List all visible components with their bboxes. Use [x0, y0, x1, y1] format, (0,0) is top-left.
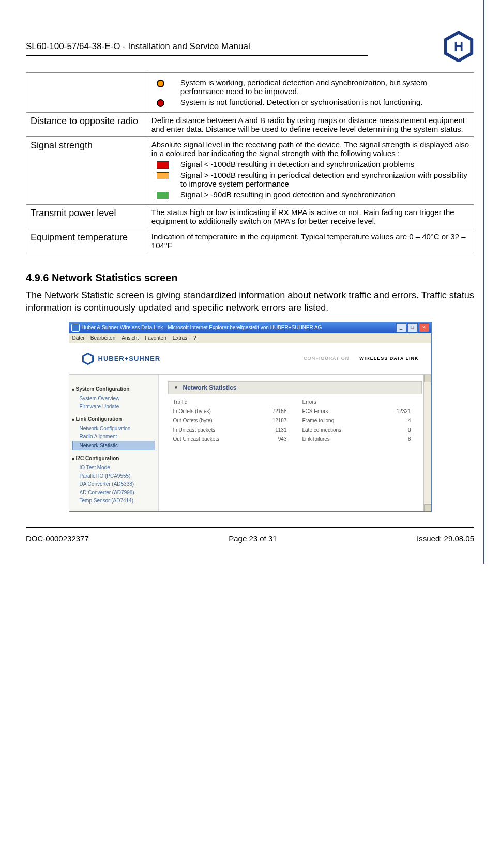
- stats-row: In Unicast packets 1131 Late connections…: [168, 425, 422, 435]
- signal-row-green: Signal > -90dB resulting in good detecti…: [151, 190, 469, 199]
- green-rect-icon: [157, 192, 169, 199]
- stats-row: Out Octets (byte) 12187 Frame to long 4: [168, 416, 422, 425]
- content-header: ◾ Network Statistics: [168, 381, 422, 394]
- tab-wireless-data-link[interactable]: WIRELESS DATA LINK: [359, 356, 418, 361]
- stats-headers: Traffic Errors: [168, 398, 422, 407]
- label-distance: Distance to opposite radio: [26, 113, 147, 137]
- label-transmit: Transmit power level: [26, 205, 147, 229]
- sidebar-item-firmware-update[interactable]: Firmware Update: [72, 403, 155, 411]
- red-rect-icon: [157, 161, 169, 169]
- signal-intro: Absolute signal level in the receiving p…: [151, 140, 469, 158]
- desc-equipment: Indication of temperature in the equipme…: [147, 229, 474, 253]
- footer-page-num: Page 23 of 31: [229, 534, 277, 543]
- sidebar-item-network-config[interactable]: Network Configuration: [72, 424, 155, 433]
- stat-label: Out Unicast packets: [173, 436, 251, 443]
- sidebar-section-link: Link Configuration: [72, 416, 155, 422]
- stat-value: 4: [380, 418, 411, 424]
- right-margin-rule: [483, 0, 484, 564]
- brand-text: HUBER+SUHNER: [98, 355, 161, 363]
- sidebar-item-da-converter[interactable]: DA Converter (AD5338): [72, 480, 155, 489]
- scrollbar[interactable]: [423, 375, 431, 511]
- stat-label: FCS Errors: [302, 408, 380, 415]
- menu-bearbeiten[interactable]: Bearbeiten: [90, 335, 115, 341]
- sidebar-item-system-overview[interactable]: System Overview: [72, 394, 155, 403]
- menu-ansicht[interactable]: Ansicht: [122, 335, 139, 341]
- sidebar: System Configuration System Overview Fir…: [69, 375, 159, 511]
- sidebar-item-io-test[interactable]: IO Test Mode: [72, 464, 155, 472]
- footer-issued: Issued: 29.08.05: [417, 534, 474, 543]
- desc-signal: Absolute signal level in the receiving p…: [147, 137, 474, 205]
- sidebar-section-i2c: I2C Configuration: [72, 455, 155, 462]
- menu-extras[interactable]: Extras: [173, 335, 187, 341]
- status-text-red: System is not functional. Detection or s…: [180, 98, 469, 106]
- orange-circle-icon: [157, 80, 164, 87]
- window-title: Huber & Suhner Wireless Data Link - Micr…: [82, 325, 322, 331]
- bullet-icon: ◾: [174, 385, 179, 390]
- cell-top-statuses: System is working, periodical detection …: [147, 73, 474, 113]
- status-row-orange: System is working, periodical detection …: [151, 78, 469, 96]
- red-circle-icon: [157, 99, 164, 107]
- signal-row-red: Signal < -100dB resulting in detection a…: [151, 160, 469, 169]
- definitions-table: System is working, periodical detection …: [26, 72, 474, 253]
- stat-value: 0: [380, 427, 411, 433]
- status-row-red: System is not functional. Detection or s…: [151, 98, 469, 107]
- signal-row-orange: Signal > -100dB resulting in periodical …: [151, 171, 469, 188]
- stats-row: In Octets (bytes) 72158 FCS Errors 12321: [168, 407, 422, 416]
- stat-label: Frame to long: [302, 418, 380, 424]
- stat-value: 943: [251, 436, 302, 443]
- stat-value: 72158: [251, 408, 302, 415]
- sidebar-section-system: System Configuration: [72, 386, 155, 392]
- brand-logo: HUBER+SUHNER: [82, 353, 161, 365]
- brand-bar: HUBER+SUHNER CONFIGURATION WIRELESS DATA…: [69, 343, 431, 375]
- menubar: Datei Bearbeiten Ansicht Favoriten Extra…: [69, 333, 431, 343]
- ie-icon: [71, 324, 80, 332]
- sidebar-item-parallel-io[interactable]: Parallel IO (PCA9555): [72, 472, 155, 480]
- hs-small-logo-icon: [82, 353, 94, 365]
- page-footer: DOC-0000232377 Page 23 of 31 Issued: 29.…: [26, 527, 474, 543]
- header-traffic: Traffic: [173, 399, 251, 405]
- menu-help[interactable]: ?: [193, 335, 196, 341]
- stat-label: Late connections: [302, 427, 380, 433]
- hs-logo-icon: H: [443, 31, 474, 62]
- svg-marker-2: [83, 353, 93, 364]
- window-titlebar: Huber & Suhner Wireless Data Link - Micr…: [69, 322, 431, 333]
- signal-text-orange: Signal > -100dB resulting in periodical …: [180, 171, 469, 188]
- stat-label: In Unicast packets: [173, 427, 251, 433]
- sidebar-item-network-statistic[interactable]: Network Statistic: [72, 441, 155, 450]
- svg-text:H: H: [454, 39, 463, 54]
- stat-label: Out Octets (byte): [173, 418, 251, 424]
- maximize-button[interactable]: □: [407, 323, 418, 332]
- stat-value: 1131: [251, 427, 302, 433]
- stat-label: Link failures: [302, 436, 380, 443]
- embedded-screenshot: Huber & Suhner Wireless Data Link - Micr…: [69, 322, 432, 512]
- status-text-orange: System is working, periodical detection …: [180, 78, 469, 96]
- header-rule: [26, 55, 368, 56]
- page-header: SL60-100-57/64-38-E-O - Installation and…: [26, 31, 474, 62]
- label-signal: Signal strength: [26, 137, 147, 205]
- desc-transmit: The status high or low is indicating if …: [147, 205, 474, 229]
- close-button[interactable]: ×: [419, 323, 429, 332]
- menu-datei[interactable]: Datei: [72, 335, 84, 341]
- minimize-button[interactable]: _: [396, 323, 406, 332]
- sidebar-item-ad-converter[interactable]: AD Converter (AD7998): [72, 489, 155, 497]
- menu-favoriten[interactable]: Favoriten: [145, 335, 166, 341]
- sidebar-item-radio-alignment[interactable]: Radio Alignment: [72, 433, 155, 441]
- content-area: ◾ Network Statistics Traffic Errors In O…: [159, 375, 431, 511]
- stat-value: 12321: [380, 408, 411, 415]
- label-equipment: Equipment temperature: [26, 229, 147, 253]
- sidebar-item-temp-sensor[interactable]: Temp Sensor (AD7414): [72, 497, 155, 505]
- footer-rule: [26, 527, 474, 528]
- document-title: SL60-100-57/64-38-E-O - Installation and…: [26, 41, 443, 52]
- orange-rect-icon: [157, 172, 169, 179]
- section-paragraph: The Network Statistic screen is giving s…: [26, 289, 474, 314]
- header-errors: Errors: [302, 399, 380, 405]
- signal-text-red: Signal < -100dB resulting in detection a…: [180, 160, 469, 169]
- signal-text-green: Signal > -90dB resulting in good detecti…: [180, 190, 469, 199]
- stat-value: 8: [380, 436, 411, 443]
- tab-configuration[interactable]: CONFIGURATION: [304, 356, 349, 361]
- desc-distance: Define distance between A and B radio by…: [147, 113, 474, 137]
- stats-row: Out Unicast packets 943 Link failures 8: [168, 435, 422, 444]
- stat-label: In Octets (bytes): [173, 408, 251, 415]
- cell-blank: [26, 73, 147, 113]
- stat-value: 12187: [251, 418, 302, 424]
